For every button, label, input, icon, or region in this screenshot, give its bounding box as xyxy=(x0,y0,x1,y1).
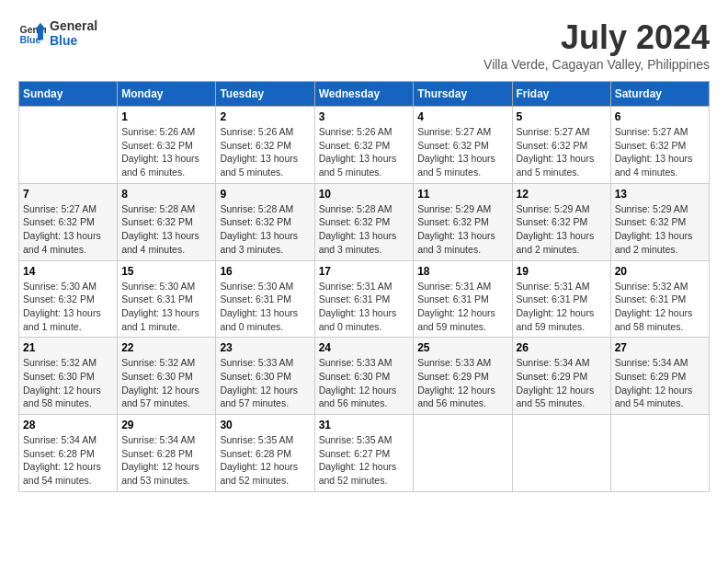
sun-info: Sunrise: 5:26 AM xyxy=(220,126,293,137)
day-info: Sunrise: 5:33 AMSunset: 6:30 PMDaylight:… xyxy=(220,356,310,410)
day-info: Sunrise: 5:34 AMSunset: 6:29 PMDaylight:… xyxy=(517,356,607,410)
day-number: 9 xyxy=(220,188,310,201)
calendar-cell: 3Sunrise: 5:26 AMSunset: 6:32 PMDaylight… xyxy=(314,107,414,184)
sun-info: Sunset: 6:30 PM xyxy=(220,371,291,382)
daylight-hours-label: Daylight: 13 hours and 6 minutes. xyxy=(121,153,199,178)
sun-info: Sunrise: 5:32 AM xyxy=(121,357,195,368)
sun-info: Sunrise: 5:31 AM xyxy=(319,281,392,292)
day-number: 19 xyxy=(517,265,607,278)
day-info: Sunrise: 5:35 AMSunset: 6:28 PMDaylight:… xyxy=(220,433,310,488)
sun-info: Sunrise: 5:33 AM xyxy=(417,357,491,368)
daylight-hours-label: Daylight: 12 hours and 57 minutes. xyxy=(121,385,199,409)
title-section: July 2024 Villa Verde, Cagayan Valley, P… xyxy=(483,18,710,72)
day-number: 29 xyxy=(121,419,211,431)
day-number: 23 xyxy=(220,341,310,354)
day-of-week-tuesday: Tuesday xyxy=(216,82,314,107)
daylight-hours-label: Daylight: 12 hours and 58 minutes. xyxy=(615,307,693,332)
sun-info: Sunset: 6:30 PM xyxy=(319,371,391,382)
svg-text:Blue: Blue xyxy=(20,34,41,45)
day-number: 6 xyxy=(615,110,705,123)
day-info: Sunrise: 5:31 AMSunset: 6:31 PMDaylight:… xyxy=(517,280,607,334)
calendar-cell: 18Sunrise: 5:31 AMSunset: 6:31 PMDayligh… xyxy=(414,260,512,338)
calendar-cell xyxy=(512,415,610,492)
calendar-cell: 7Sunrise: 5:27 AMSunset: 6:32 PMDaylight… xyxy=(19,183,118,260)
day-info: Sunrise: 5:33 AMSunset: 6:29 PMDaylight:… xyxy=(417,356,507,410)
sun-info: Sunset: 6:27 PM xyxy=(319,448,391,459)
day-number: 4 xyxy=(417,110,507,123)
day-info: Sunrise: 5:32 AMSunset: 6:30 PMDaylight:… xyxy=(121,356,211,410)
day-info: Sunrise: 5:34 AMSunset: 6:28 PMDaylight:… xyxy=(121,433,211,488)
calendar-cell xyxy=(414,415,512,492)
day-number: 15 xyxy=(121,265,211,278)
calendar-cell: 23Sunrise: 5:33 AMSunset: 6:30 PMDayligh… xyxy=(216,338,314,415)
sun-info: Sunrise: 5:30 AM xyxy=(121,281,195,292)
logo: General Blue General Blue xyxy=(18,18,97,48)
calendar-cell: 14Sunrise: 5:30 AMSunset: 6:32 PMDayligh… xyxy=(19,260,118,338)
daylight-hours-label: Daylight: 13 hours and 2 minutes. xyxy=(517,230,595,255)
day-number: 31 xyxy=(319,419,410,431)
daylight-hours-label: Daylight: 13 hours and 3 minutes. xyxy=(319,230,397,255)
day-of-week-friday: Friday xyxy=(512,82,610,107)
calendar-table: SundayMondayTuesdayWednesdayThursdayFrid… xyxy=(18,81,710,492)
day-number: 11 xyxy=(417,188,507,201)
week-row-5: 28Sunrise: 5:34 AMSunset: 6:28 PMDayligh… xyxy=(19,415,710,492)
daylight-hours-label: Daylight: 12 hours and 54 minutes. xyxy=(615,385,693,409)
day-number: 30 xyxy=(220,419,310,431)
daylight-hours-label: Daylight: 13 hours and 3 minutes. xyxy=(417,230,495,255)
days-header-row: SundayMondayTuesdayWednesdayThursdayFrid… xyxy=(19,82,710,107)
day-number: 16 xyxy=(220,265,310,278)
sun-info: Sunrise: 5:30 AM xyxy=(220,281,293,292)
calendar-cell: 5Sunrise: 5:27 AMSunset: 6:32 PMDaylight… xyxy=(512,107,610,184)
daylight-hours-label: Daylight: 13 hours and 5 minutes. xyxy=(220,153,298,178)
sun-info: Sunrise: 5:33 AM xyxy=(319,357,392,368)
day-number: 1 xyxy=(121,110,211,123)
sun-info: Sunrise: 5:32 AM xyxy=(23,357,97,368)
logo-general-text: General xyxy=(50,18,97,33)
calendar-cell: 26Sunrise: 5:34 AMSunset: 6:29 PMDayligh… xyxy=(512,338,610,415)
day-info: Sunrise: 5:29 AMSunset: 6:32 PMDaylight:… xyxy=(615,202,705,257)
sun-info: Sunrise: 5:26 AM xyxy=(319,126,392,137)
calendar-cell: 27Sunrise: 5:34 AMSunset: 6:29 PMDayligh… xyxy=(610,338,709,415)
sun-info: Sunrise: 5:34 AM xyxy=(23,434,97,445)
sun-info: Sunset: 6:28 PM xyxy=(220,448,291,459)
day-number: 28 xyxy=(23,419,113,431)
day-number: 8 xyxy=(121,188,211,201)
sun-info: Sunset: 6:32 PM xyxy=(615,140,687,151)
day-info: Sunrise: 5:31 AMSunset: 6:31 PMDaylight:… xyxy=(417,280,507,334)
sun-info: Sunrise: 5:34 AM xyxy=(121,434,195,445)
calendar-cell: 21Sunrise: 5:32 AMSunset: 6:30 PMDayligh… xyxy=(19,338,118,415)
day-info: Sunrise: 5:32 AMSunset: 6:30 PMDaylight:… xyxy=(23,356,113,410)
day-info: Sunrise: 5:30 AMSunset: 6:31 PMDaylight:… xyxy=(220,280,310,334)
daylight-hours-label: Daylight: 13 hours and 4 minutes. xyxy=(121,230,199,255)
calendar-cell: 1Sunrise: 5:26 AMSunset: 6:32 PMDaylight… xyxy=(118,107,216,184)
daylight-hours-label: Daylight: 12 hours and 55 minutes. xyxy=(517,385,595,409)
sun-info: Sunrise: 5:27 AM xyxy=(615,126,688,137)
sun-info: Sunrise: 5:35 AM xyxy=(319,434,392,445)
sun-info: Sunset: 6:32 PM xyxy=(220,140,291,151)
calendar-cell: 16Sunrise: 5:30 AMSunset: 6:31 PMDayligh… xyxy=(216,260,314,338)
day-info: Sunrise: 5:28 AMSunset: 6:32 PMDaylight:… xyxy=(319,202,410,257)
sun-info: Sunrise: 5:34 AM xyxy=(517,357,590,368)
day-number: 5 xyxy=(517,110,607,123)
sun-info: Sunrise: 5:29 AM xyxy=(517,203,590,214)
sun-info: Sunrise: 5:35 AM xyxy=(220,434,293,445)
sun-info: Sunset: 6:31 PM xyxy=(220,293,291,304)
daylight-hours-label: Daylight: 13 hours and 1 minute. xyxy=(121,307,199,332)
calendar-cell: 31Sunrise: 5:35 AMSunset: 6:27 PMDayligh… xyxy=(314,415,414,492)
day-number: 17 xyxy=(319,265,410,278)
day-info: Sunrise: 5:35 AMSunset: 6:27 PMDaylight:… xyxy=(319,433,410,488)
calendar-cell: 17Sunrise: 5:31 AMSunset: 6:31 PMDayligh… xyxy=(314,260,414,338)
sun-info: Sunrise: 5:28 AM xyxy=(319,203,392,214)
sun-info: Sunrise: 5:29 AM xyxy=(615,203,688,214)
sun-info: Sunset: 6:32 PM xyxy=(417,140,489,151)
day-of-week-saturday: Saturday xyxy=(610,82,709,107)
calendar-cell xyxy=(610,415,709,492)
daylight-hours-label: Daylight: 12 hours and 56 minutes. xyxy=(417,385,495,409)
day-info: Sunrise: 5:29 AMSunset: 6:32 PMDaylight:… xyxy=(417,202,507,257)
calendar-cell: 22Sunrise: 5:32 AMSunset: 6:30 PMDayligh… xyxy=(118,338,216,415)
day-number: 26 xyxy=(517,341,607,354)
sun-info: Sunset: 6:32 PM xyxy=(220,216,291,227)
sun-info: Sunrise: 5:27 AM xyxy=(517,126,590,137)
daylight-hours-label: Daylight: 12 hours and 52 minutes. xyxy=(220,461,298,486)
daylight-hours-label: Daylight: 13 hours and 5 minutes. xyxy=(517,153,595,178)
